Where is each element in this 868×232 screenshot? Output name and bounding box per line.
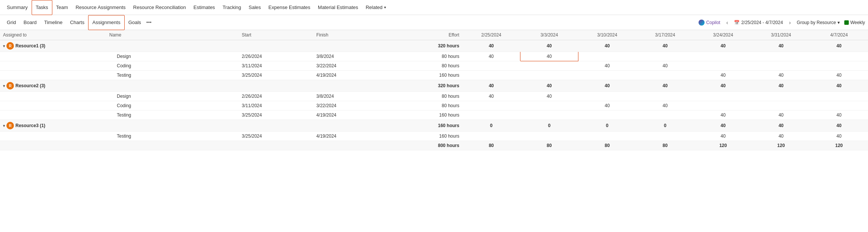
header-date-5: 3/31/2024 [752, 30, 810, 40]
task-date-resource1-2-5: 40 [752, 71, 810, 80]
group-by-button[interactable]: Group by Resource ▾ [797, 20, 840, 25]
nav-sales[interactable]: Sales [245, 0, 265, 15]
task-assigned-resource2-1 [0, 101, 106, 111]
task-date-resource2-1-6 [810, 101, 868, 111]
group-by-chevron-icon: ▾ [837, 20, 840, 25]
group-date-resource3-0: 0 [462, 120, 520, 132]
group-label-resource3: Resource3 (1) [15, 123, 45, 128]
prev-date-arrow[interactable]: ‹ [725, 20, 730, 26]
task-effort-resource3-0: 160 hours [388, 132, 462, 141]
task-date-resource2-2-2 [578, 111, 636, 120]
copilot-label: Copilot [706, 20, 720, 25]
task-finish-resource2-1: 3/22/2024 [313, 101, 388, 111]
task-assigned-resource1-1 [0, 61, 106, 71]
nav-summary[interactable]: Summary [3, 0, 32, 15]
copilot-button[interactable]: Copilot [699, 20, 720, 26]
task-date-resource2-0-1: 40 [520, 92, 578, 101]
task-date-resource2-0-4 [694, 92, 752, 101]
header-assigned-to: Assigned to [0, 30, 106, 40]
task-row-resource1-1: Coding3/11/20243/22/202480 hours4040 [0, 61, 868, 71]
group-row-resource2: ▾ R Resource2 (3)320 hours40404040404040 [0, 80, 868, 92]
nav-resource-assignments[interactable]: Resource Assignments [72, 0, 130, 15]
nav-tasks[interactable]: Tasks [32, 0, 52, 15]
nav-material-estimates[interactable]: Material Estimates [314, 0, 362, 15]
task-start-resource2-1: 3/11/2024 [239, 101, 313, 111]
group-date-resource1-0: 40 [462, 40, 520, 52]
group-date-resource3-1: 0 [520, 120, 578, 132]
group-expand-resource1[interactable]: ▾ R Resource1 (3) [0, 40, 106, 52]
footer-name-cell [106, 141, 239, 150]
nav-team[interactable]: Team [52, 0, 72, 15]
task-date-resource1-2-2 [578, 71, 636, 80]
more-options-icon[interactable]: ••• [145, 20, 153, 25]
footer-date-0: 80 [462, 141, 520, 150]
nav-resource-reconciliation[interactable]: Resource Reconciliation [130, 0, 190, 15]
subnav-charts[interactable]: Charts [66, 15, 88, 30]
task-date-resource3-0-4: 40 [694, 132, 752, 141]
nav-estimates[interactable]: Estimates [190, 0, 219, 15]
group-date-resource2-3: 40 [636, 80, 694, 92]
subnav-assignments[interactable]: Assignments [88, 15, 124, 30]
task-start-resource2-2: 3/25/2024 [239, 111, 313, 120]
task-effort-resource1-0: 80 hours [388, 52, 462, 61]
task-date-resource2-0-5 [752, 92, 810, 101]
resource-avatar-resource3: R [6, 122, 14, 129]
task-date-resource1-0-2 [578, 52, 636, 61]
task-name-resource1-0: Design [106, 52, 239, 61]
chevron-icon[interactable]: ▾ [3, 84, 5, 88]
subnav-grid[interactable]: Grid [3, 15, 20, 30]
group-date-resource2-1: 40 [520, 80, 578, 92]
footer-start-cell [239, 141, 313, 150]
group-date-resource3-5: 40 [752, 120, 810, 132]
footer-assigned-cell [0, 141, 106, 150]
next-date-arrow[interactable]: › [787, 20, 792, 26]
subnav-board[interactable]: Board [20, 15, 41, 30]
copilot-icon [699, 20, 705, 26]
task-date-resource1-0-3 [636, 52, 694, 61]
task-start-resource1-2: 3/25/2024 [239, 71, 313, 80]
chevron-icon[interactable]: ▾ [3, 124, 5, 128]
task-row-resource3-0: Testing3/25/20244/19/2024160 hours404040 [0, 132, 868, 141]
assignments-table-container: Assigned to Name Start Finish Effort 2/2… [0, 30, 868, 150]
header-date-2: 3/10/2024 [578, 30, 636, 40]
group-expand-resource2[interactable]: ▾ R Resource2 (3) [0, 80, 106, 92]
task-date-resource1-1-4 [694, 61, 752, 71]
task-assigned-resource3-0 [0, 132, 106, 141]
chevron-icon[interactable]: ▾ [3, 44, 5, 48]
resource-avatar-resource1: R [6, 42, 14, 50]
task-row-resource2-2: Testing3/25/20244/19/2024160 hours404040 [0, 111, 868, 120]
group-date-resource1-6: 40 [810, 40, 868, 52]
sub-nav-left: Grid Board Timeline Charts Assignments G… [3, 15, 153, 30]
group-date-resource2-2: 40 [578, 80, 636, 92]
task-date-resource2-1-2: 40 [578, 101, 636, 111]
task-date-resource2-2-0 [462, 111, 520, 120]
calendar-icon: 📅 [734, 20, 740, 25]
nav-related[interactable]: Related ▾ [362, 0, 390, 15]
task-assigned-resource1-0 [0, 52, 106, 61]
task-date-resource3-0-0 [462, 132, 520, 141]
date-range-text: 2/25/2024 - 4/7/2024 [741, 20, 783, 25]
task-date-resource1-0-1[interactable]: 40 [520, 52, 578, 61]
date-range-display: 📅 2/25/2024 - 4/7/2024 [734, 20, 783, 25]
task-date-resource1-2-0 [462, 71, 520, 80]
group-date-resource1-2: 40 [578, 40, 636, 52]
nav-expense-estimates[interactable]: Expense Estimates [265, 0, 314, 15]
footer-date-1: 80 [520, 141, 578, 150]
header-date-3: 3/17/2024 [636, 30, 694, 40]
group-name-cell-resource2 [106, 80, 239, 92]
task-effort-resource2-2: 160 hours [388, 111, 462, 120]
subnav-goals[interactable]: Goals [125, 15, 145, 30]
task-date-resource3-0-3 [636, 132, 694, 141]
weekly-button[interactable]: Weekly [844, 20, 865, 25]
weekly-icon [844, 20, 849, 25]
task-date-resource1-2-6: 40 [810, 71, 868, 80]
group-date-resource3-3: 0 [636, 120, 694, 132]
group-expand-resource3[interactable]: ▾ R Resource3 (1) [0, 120, 106, 132]
task-date-resource2-1-4 [694, 101, 752, 111]
task-date-resource2-1-1 [520, 101, 578, 111]
header-name: Name [106, 30, 239, 40]
subnav-timeline[interactable]: Timeline [40, 15, 66, 30]
group-row-resource3: ▾ R Resource3 (1)160 hours0000404040 [0, 120, 868, 132]
header-start: Start [239, 30, 313, 40]
nav-tracking[interactable]: Tracking [219, 0, 245, 15]
